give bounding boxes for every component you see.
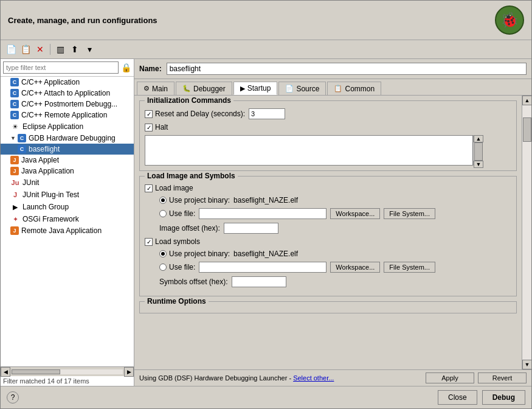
expand-button[interactable]: ⬆: [68, 43, 81, 56]
new-config-button[interactable]: 📄: [4, 43, 18, 56]
tree-area: C C/C++ Application C C/C++ Attach to Ap…: [1, 77, 134, 366]
use-file-2-radio[interactable]: [159, 264, 167, 271]
c-icon: C: [10, 78, 19, 86]
project-binary-value: baseflight_NAZE.elf: [233, 196, 298, 204]
image-offset-input[interactable]: [224, 223, 278, 234]
revert-btn[interactable]: Revert: [478, 372, 527, 383]
tree-item-gdb[interactable]: ▼ C GDB Hardware Debugging: [1, 133, 134, 144]
tree-item-cpp-postmortem[interactable]: C C/C++ Postmortem Debugg...: [1, 99, 134, 110]
image-offset-label: Image offset (hex):: [159, 224, 220, 232]
use-file-radio[interactable]: [159, 210, 167, 217]
load-image-row: Load image: [145, 184, 511, 192]
use-project-binary-2-text: Use project binary:: [169, 250, 230, 258]
expand-icon: ▼: [10, 135, 16, 141]
scroll-down-btn[interactable]: ▼: [474, 161, 483, 168]
tab-debugger[interactable]: 🐛 Debugger: [176, 82, 232, 95]
init-commands-content: Reset and Delay (seconds): Halt: [140, 101, 516, 170]
copy-config-button[interactable]: 📋: [19, 43, 32, 56]
init-commands-textarea[interactable]: [145, 135, 473, 166]
tree-item-label: Eclipse Application: [22, 122, 83, 131]
tree-item-java-applet[interactable]: J Java Applet: [1, 155, 134, 166]
tab-common[interactable]: 📋 Common: [327, 82, 381, 95]
tab-main[interactable]: ⚙ Main: [137, 82, 174, 95]
halt-checkbox[interactable]: [145, 124, 153, 131]
filesystem-btn[interactable]: File System...: [384, 208, 435, 219]
tree-item-junit-plugin[interactable]: J JUnit Plug-in Test: [1, 189, 134, 201]
junit-plugin-icon: J: [10, 190, 20, 200]
launch-group-icon: ▶: [10, 202, 20, 212]
filter-input[interactable]: [3, 61, 119, 74]
tree-item-cpp-remote[interactable]: C C/C++ Remote Application: [1, 110, 134, 121]
tab-source[interactable]: 📄 Source: [278, 82, 326, 95]
load-image-checkbox[interactable]: [145, 184, 153, 192]
symbols-offset-input[interactable]: [232, 276, 286, 287]
main-scroll-up-btn[interactable]: ▲: [522, 96, 531, 105]
load-symbols-checkbox[interactable]: [145, 238, 153, 246]
use-project-binary-label[interactable]: Use project binary:: [159, 196, 230, 204]
name-input[interactable]: [167, 63, 527, 75]
use-file-input[interactable]: [199, 208, 326, 219]
reset-checkbox[interactable]: [145, 110, 153, 118]
dropdown-button[interactable]: ▾: [83, 43, 96, 56]
sidebar-h-scrollbar[interactable]: ◀ ▶: [1, 366, 134, 376]
init-commands-group: Initialization Commands Reset and Delay …: [139, 100, 517, 171]
project-binary-2-value: baseflight_NAZE.elf: [233, 250, 298, 258]
tree-item-cpp-app[interactable]: C C/C++ Application: [1, 77, 134, 88]
toolbar: 📄 📋 ✕ ▥ ⬆ ▾: [1, 40, 531, 59]
main-scrollbar[interactable]: ▲ ▼: [522, 96, 531, 369]
workspace-2-btn[interactable]: Workspace...: [330, 262, 380, 273]
use-project-binary-2-radio[interactable]: [159, 250, 167, 257]
textarea-scrollbar[interactable]: ▲ ▼: [473, 135, 483, 166]
use-file-2-text: Use file:: [169, 263, 195, 271]
tree-item-label: JUnit: [22, 178, 39, 187]
scroll-up-btn[interactable]: ▲: [474, 135, 483, 142]
use-project-binary-radio[interactable]: [159, 197, 167, 204]
startup-tab-icon: ▶: [240, 85, 245, 93]
tree-item-label: GDB Hardware Debugging: [29, 134, 116, 142]
help-button[interactable]: ?: [7, 391, 19, 404]
tabs-bar: ⚙ Main 🐛 Debugger ▶ Startup 📄 Source 📋: [134, 79, 531, 96]
load-symbols-label[interactable]: Load symbols: [145, 237, 200, 246]
use-project-binary-text: Use project binary:: [169, 196, 230, 204]
debug-button[interactable]: Debug: [482, 390, 525, 405]
baseflight-icon: C: [18, 145, 26, 153]
use-file-2-label[interactable]: Use file:: [159, 263, 195, 271]
scroll-right-btn[interactable]: ▶: [124, 367, 134, 377]
name-row: Name:: [134, 59, 531, 79]
load-image-label[interactable]: Load image: [145, 184, 193, 192]
bottom-buttons: Apply Revert: [426, 372, 527, 383]
symbols-offset-label: Symbols offset (hex):: [159, 278, 228, 286]
scroll-left-btn[interactable]: ◀: [1, 367, 10, 377]
use-project-binary-2-row: Use project binary: baseflight_NAZE.elf: [145, 250, 511, 258]
tree-item-junit[interactable]: Ju JUnit: [1, 177, 134, 189]
tree-item-osgi[interactable]: ✦ OSGi Framework: [1, 213, 134, 225]
main-scroll-down-btn[interactable]: ▼: [522, 360, 531, 369]
tree-item-label: C/C++ Postmortem Debugg...: [21, 100, 117, 108]
use-project-binary-2-label[interactable]: Use project binary:: [159, 250, 230, 258]
use-file-2-input[interactable]: [199, 262, 326, 273]
halt-checkbox-label[interactable]: Halt: [145, 123, 168, 131]
use-project-binary-row: Use project binary: baseflight_NAZE.elf: [145, 196, 511, 204]
apply-btn[interactable]: Apply: [426, 372, 474, 383]
tree-item-baseflight[interactable]: C baseflight: [1, 144, 134, 155]
runtime-options-group: Runtime Options: [139, 301, 517, 313]
tab-debugger-label: Debugger: [193, 85, 226, 93]
delete-config-button[interactable]: ✕: [33, 43, 47, 56]
tree-item-cpp-attach[interactable]: C C/C++ Attach to Application: [1, 88, 134, 99]
tree-item-label: C/C++ Remote Application: [21, 111, 107, 119]
use-file-label[interactable]: Use file:: [159, 209, 195, 218]
filesystem-2-btn[interactable]: File System...: [384, 262, 435, 273]
workspace-btn[interactable]: Workspace...: [330, 208, 380, 219]
reset-checkbox-label[interactable]: Reset and Delay (seconds):: [145, 110, 245, 118]
filter-button[interactable]: ▥: [54, 43, 67, 56]
select-other-link[interactable]: Select other...: [293, 374, 334, 382]
tree-item-java-app[interactable]: J Java Application: [1, 166, 134, 177]
tree-item-launch-group[interactable]: ▶ Launch Group: [1, 201, 134, 213]
tab-startup[interactable]: ▶ Startup: [233, 82, 278, 95]
name-label: Name:: [139, 65, 162, 73]
close-button[interactable]: Close: [438, 390, 477, 405]
c-icon: C: [10, 89, 19, 97]
tree-item-eclipse-app[interactable]: ☀ Eclipse Application: [1, 121, 134, 133]
tree-item-remote-java[interactable]: J Remote Java Application: [1, 225, 134, 236]
reset-value-input[interactable]: [249, 108, 285, 119]
